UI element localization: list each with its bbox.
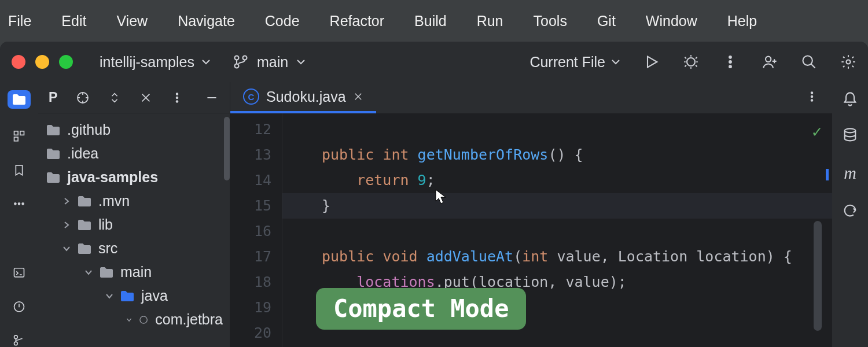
code-editor[interactable]: 12 13 14 15 16 17 18 19 20 public int ge… [230, 113, 832, 347]
structure-icon[interactable] [11, 130, 27, 143]
project-panel: P .github .idea java-samples [38, 82, 230, 347]
run-config-label: Current File [529, 54, 605, 71]
project-selector[interactable]: intellij-samples [100, 54, 211, 71]
editor-tabs: C Sudoku.java [230, 82, 832, 113]
mouse-cursor-icon [434, 189, 448, 206]
svg-point-3 [687, 58, 695, 66]
code-content[interactable]: public int getNumberOfRows() { return 9;… [282, 113, 832, 347]
close-tab-icon[interactable] [353, 91, 363, 102]
menu-run[interactable]: Run [477, 13, 503, 29]
tree-scrollbar[interactable] [224, 117, 230, 180]
svg-point-6 [729, 65, 731, 68]
compact-mode-badge: Compact Mode [316, 288, 526, 330]
inspection-ok-icon[interactable]: ✓ [812, 119, 822, 145]
svg-rect-16 [14, 268, 24, 277]
chevron-down-icon [62, 245, 71, 253]
svg-point-23 [176, 100, 178, 102]
more-horizontal-icon[interactable] [11, 197, 27, 211]
project-panel-label: P [49, 90, 57, 105]
branch-icon [233, 54, 249, 70]
chevron-down-icon [296, 59, 306, 65]
project-tool-button[interactable] [8, 90, 31, 109]
project-tree[interactable]: .github .idea java-samples .mvn [38, 113, 230, 336]
chevron-right-icon [62, 197, 71, 205]
menu-help[interactable]: Help [727, 13, 757, 29]
tree-item-src[interactable]: src [38, 237, 230, 260]
tree-item-java-samples[interactable]: java-samples [38, 165, 230, 189]
menu-view[interactable]: View [116, 13, 148, 29]
menu-git[interactable]: Git [597, 13, 616, 29]
svg-point-24 [140, 316, 147, 323]
menu-refactor[interactable]: Refactor [330, 13, 384, 29]
svg-point-13 [14, 203, 16, 205]
close-icon[interactable] [139, 91, 152, 104]
svg-point-18 [14, 335, 18, 339]
menu-window[interactable]: Window [646, 13, 697, 29]
problems-icon[interactable] [11, 300, 27, 313]
tree-item-lib[interactable]: lib [38, 213, 230, 237]
tree-item-github[interactable]: .github [38, 118, 230, 142]
run-config-selector[interactable]: Current File [529, 54, 620, 71]
menu-tools[interactable]: Tools [534, 13, 567, 29]
editor-area: C Sudoku.java 12 13 14 15 16 17 18 19 [230, 82, 832, 347]
branch-name: main [257, 54, 288, 71]
more-vertical-icon [806, 90, 818, 103]
svg-point-22 [176, 97, 178, 98]
minimize-window-icon[interactable] [35, 55, 49, 69]
editor-scrollbar[interactable] [814, 221, 822, 331]
notifications-icon[interactable] [842, 91, 858, 108]
window-controls [12, 55, 73, 69]
svg-rect-11 [20, 131, 24, 135]
chevron-down-icon [201, 59, 211, 65]
menu-build[interactable]: Build [414, 13, 447, 29]
target-icon[interactable] [76, 91, 90, 105]
chevron-down-icon [611, 59, 620, 65]
bookmark-icon[interactable] [11, 164, 27, 177]
svg-point-4 [729, 56, 731, 58]
tab-sudoku[interactable]: C Sudoku.java [230, 82, 376, 113]
database-icon[interactable] [842, 127, 858, 143]
git-icon[interactable] [11, 334, 27, 347]
more-vertical-icon[interactable] [171, 91, 183, 104]
add-user-icon[interactable] [762, 54, 778, 70]
more-vertical-icon[interactable] [722, 54, 738, 70]
run-icon[interactable] [643, 54, 660, 70]
svg-point-15 [22, 203, 24, 205]
tab-filename: Sudoku.java [266, 88, 346, 105]
menu-file[interactable]: File [8, 13, 31, 29]
project-name: intellij-samples [100, 54, 194, 71]
tree-item-mvn[interactable]: .mvn [38, 189, 230, 213]
zoom-window-icon[interactable] [59, 55, 73, 69]
chevron-down-icon [125, 316, 133, 322]
search-icon[interactable] [801, 54, 817, 70]
tree-item-java[interactable]: java [38, 284, 230, 308]
svg-point-14 [18, 203, 20, 205]
left-tool-rail [0, 82, 38, 347]
close-window-icon[interactable] [12, 55, 25, 69]
expand-collapse-icon[interactable] [108, 91, 121, 104]
svg-point-26 [811, 96, 813, 98]
line-gutter: 12 13 14 15 16 17 18 19 20 [230, 113, 282, 347]
folder-icon [12, 93, 27, 106]
chevron-right-icon [62, 221, 71, 229]
vcs-branch[interactable]: main [233, 54, 306, 71]
svg-point-5 [729, 61, 731, 63]
minimize-icon[interactable] [204, 90, 219, 105]
menu-code[interactable]: Code [265, 13, 300, 29]
sync-icon[interactable] [842, 202, 858, 219]
svg-point-2 [242, 56, 247, 60]
maven-icon[interactable]: m [844, 163, 856, 183]
chevron-down-icon [84, 268, 93, 276]
gear-icon[interactable] [840, 54, 856, 70]
right-tool-rail: m [832, 82, 868, 347]
tree-item-main[interactable]: main [38, 260, 230, 284]
chevron-down-icon [105, 292, 113, 300]
tab-options[interactable] [806, 90, 832, 105]
tree-item-idea[interactable]: .idea [38, 142, 230, 165]
tree-item-package[interactable]: com.jetbra [38, 308, 230, 331]
menu-navigate[interactable]: Navigate [178, 13, 235, 29]
debug-icon[interactable] [683, 54, 699, 70]
svg-point-28 [845, 128, 856, 132]
menu-edit[interactable]: Edit [61, 13, 86, 29]
terminal-icon[interactable] [11, 266, 27, 279]
